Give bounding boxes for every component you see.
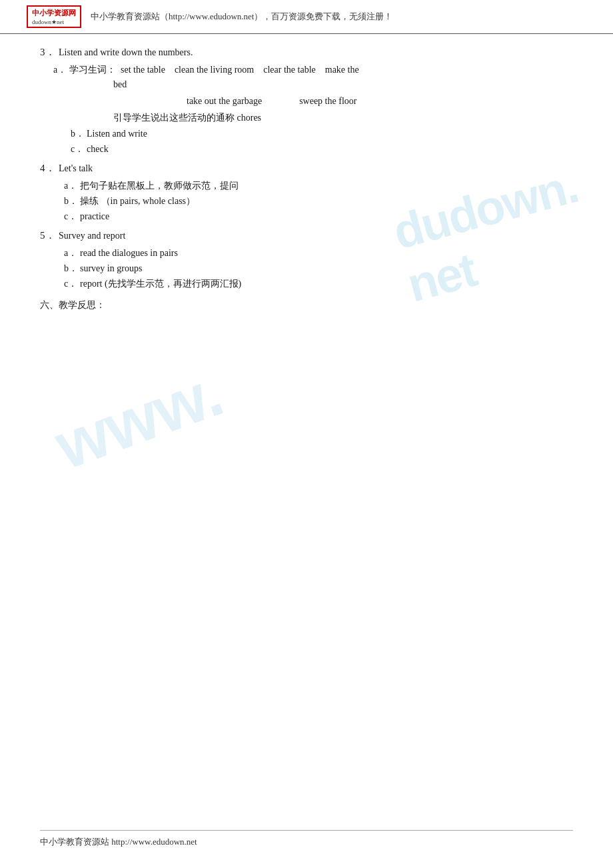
section-4-b-text: 操练 （in pairs, whole class） (80, 195, 195, 207)
section-4-sub-a: a． 把句子贴在黑板上，教师做示范，提问 (64, 180, 573, 192)
logo: 中小学资源网 dudown★net (27, 5, 81, 28)
section-5-b-text: survey in groups (80, 263, 142, 274)
section-4-title-row: 4． Let's talk (40, 162, 573, 175)
section-5-a-text: read the dialogues in pairs (80, 248, 178, 259)
section-3-title: Listen and write down the numbers. (59, 47, 573, 58)
section-3-a-label: a． (53, 64, 69, 76)
section-4-a-label: a． (64, 180, 80, 192)
section-6-label: 六、 (40, 299, 59, 311)
section-5-c-text: report (先找学生示范，再进行两两汇报) (80, 278, 241, 290)
vocab-bed: bed (113, 79, 127, 89)
logo-top: 中小学资源网 (32, 8, 76, 18)
section-3-title-row: 3． Listen and write down the numbers. (40, 46, 573, 59)
section-4-c-text: practice (80, 211, 109, 222)
section-4-c-label: c． (64, 211, 80, 223)
section-4: 4． Let's talk a． 把句子贴在黑板上，教师做示范，提问 b． 操练… (40, 162, 573, 223)
section-5-c-label: c． (64, 278, 80, 290)
header: 中小学资源网 dudown★net 中小学教育资源站（http://www.ed… (0, 0, 613, 34)
section-3-c-text: check (87, 144, 109, 155)
section-4-a-text: 把句子贴在黑板上，教师做示范，提问 (80, 180, 239, 192)
section-6: 六、 教学反思： (40, 299, 573, 311)
section-4-b-label: b． (64, 195, 80, 207)
main-content: 3． Listen and write down the numbers. a．… (0, 34, 613, 358)
vocab-sweep-floor: sweep the floor (299, 93, 356, 109)
footer-text: 中小学教育资源站 http://www.edudown.net (40, 837, 197, 847)
vocab-guide: 引导学生说出这些活动的通称 chores (113, 112, 573, 124)
section-6-title-row: 六、 教学反思： (40, 299, 573, 311)
vocab-line2: take out the garbage sweep the floor (187, 93, 573, 109)
section-5-sub-c: c． report (先找学生示范，再进行两两汇报) (64, 278, 573, 290)
logo-bottom: dudown★net (32, 19, 76, 25)
section-3-sub-c: c． check (71, 143, 573, 155)
section-3-b-text: Listen and write (87, 129, 147, 139)
section-5-b-label: b． (64, 263, 80, 275)
section-3-number: 3． (40, 46, 59, 59)
vocab-take-out-garbage: take out the garbage (187, 93, 262, 109)
section-3-a-prefix: 学习生词： (69, 64, 116, 76)
section-4-sub-b: b． 操练 （in pairs, whole class） (64, 195, 573, 207)
vocab-set-the-table: set the table (121, 65, 165, 75)
header-site-text: 中小学教育资源站（http://www.edudown.net），百万资源免费下… (91, 11, 392, 23)
footer: 中小学教育资源站 http://www.edudown.net (40, 830, 573, 848)
section-5-sub-a: a． read the dialogues in pairs (64, 247, 573, 259)
vocab-clean-living-room: clean the living room (175, 65, 254, 75)
section-4-number: 4． (40, 162, 59, 175)
section-3-sub-b: b． Listen and write (71, 128, 573, 140)
vocab-clear-the-table: clear the table (263, 65, 316, 75)
section-4-title: Let's talk (59, 163, 573, 174)
vocab-bed-line: bed (113, 79, 573, 90)
section-5: 5． Survey and report a． read the dialogu… (40, 229, 573, 290)
section-5-number: 5． (40, 229, 59, 242)
section-3-b-label: b． (71, 128, 87, 140)
section-3-sub-a: a． 学习生词： set the table clean the living … (53, 64, 573, 76)
section-5-title: Survey and report (59, 231, 573, 241)
vocab-make-the: make the (325, 65, 359, 75)
section-6-title: 教学反思： (59, 299, 105, 311)
watermark-www-icon: www. (45, 353, 233, 484)
section-5-title-row: 5． Survey and report (40, 229, 573, 242)
section-3: 3． Listen and write down the numbers. a．… (40, 46, 573, 155)
section-5-sub-b: b． survey in groups (64, 263, 573, 275)
section-5-a-label: a． (64, 247, 80, 259)
section-4-sub-c: c． practice (64, 211, 573, 223)
section-3-c-label: c． (71, 143, 87, 155)
